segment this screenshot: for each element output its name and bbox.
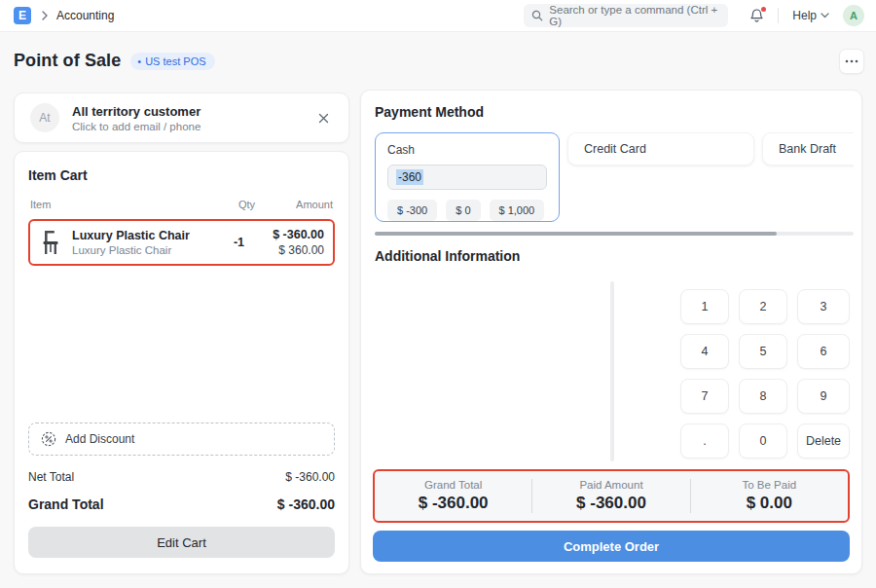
search-icon: [531, 10, 543, 21]
chair-item-icon: [39, 230, 62, 255]
add-discount-label: Add Discount: [65, 432, 134, 446]
grand-total-row: Grand Total $ -360.00: [28, 496, 335, 512]
item-amount: $ -360.00: [254, 228, 324, 241]
vertical-scrollbar[interactable]: [610, 281, 614, 461]
additional-information-title: Additional Information: [375, 248, 848, 264]
cart-column-headers: Item Qty Amount: [28, 199, 335, 210]
summary-to-be-paid-value: $ 0.00: [691, 494, 848, 513]
summary-grand-total-label: Grand Total: [375, 479, 531, 491]
summary-paid-amount-value: $ -360.00: [532, 494, 689, 513]
net-total-value: $ -360.00: [285, 470, 335, 484]
cash-label: Cash: [387, 143, 547, 157]
order-totals-summary: Grand Total $ -360.00 Paid Amount $ -360…: [373, 469, 850, 523]
page-title: Point of Sale: [14, 51, 121, 71]
cart-title: Item Cart: [28, 167, 335, 183]
close-icon: [318, 113, 329, 124]
help-label: Help: [792, 9, 817, 22]
discount-icon: [41, 431, 56, 447]
numpad-key-3[interactable]: 3: [797, 289, 850, 324]
numpad-key-8[interactable]: 8: [739, 379, 787, 414]
user-avatar[interactable]: A: [843, 5, 864, 26]
edit-cart-button[interactable]: Edit Cart: [28, 527, 335, 558]
navbar: E Accounting Search or type a command (C…: [0, 0, 876, 32]
cash-shortcut-2[interactable]: $ 0: [446, 200, 480, 221]
cash-amount-input[interactable]: -360: [387, 165, 547, 190]
payment-method-credit-card[interactable]: Credit Card: [567, 132, 754, 165]
horizontal-scrollbar[interactable]: [375, 232, 854, 236]
cart-item-row[interactable]: Luxury Plastic Chair Luxury Plastic Chai…: [28, 219, 335, 266]
horizontal-scrollbar-thumb[interactable]: [375, 232, 777, 236]
column-qty: Qty: [218, 199, 255, 210]
search-placeholder: Search or type a command (Ctrl + G): [549, 4, 720, 27]
ellipsis-icon: [845, 59, 858, 63]
remove-customer-button[interactable]: [314, 109, 333, 128]
complete-order-button[interactable]: Complete Order: [373, 531, 850, 562]
customer-avatar: At: [30, 103, 59, 132]
net-total-label: Net Total: [28, 470, 74, 484]
numpad-key-4[interactable]: 4: [680, 334, 729, 369]
summary-paid-amount: Paid Amount $ -360.00: [531, 479, 689, 513]
payment-panel: Payment Method Cash -360 $ -300 $ 0 $ 1,…: [360, 90, 862, 574]
net-total-row: Net Total $ -360.00: [28, 470, 335, 484]
summary-grand-total: Grand Total $ -360.00: [375, 479, 531, 513]
cash-amount-value: -360: [396, 169, 423, 185]
numpad-key-dot[interactable]: .: [680, 423, 729, 459]
column-amount: Amount: [269, 199, 333, 210]
item-cart-panel: Item Cart Item Qty Amount Luxury Plastic…: [14, 151, 349, 574]
summary-paid-amount-label: Paid Amount: [532, 479, 689, 491]
customer-card[interactable]: At All territory customer Click to add e…: [14, 92, 349, 143]
item-qty: -1: [215, 236, 244, 249]
cash-shortcut-3[interactable]: $ 1,000: [490, 200, 545, 221]
cash-shortcut-1[interactable]: $ -300: [387, 200, 437, 221]
item-name: Luxury Plastic Chair: [72, 229, 215, 242]
numpad: 1 2 3 4 5 6 7 8 9 . 0 Delete: [680, 289, 850, 459]
page-menu-button[interactable]: [839, 49, 864, 74]
badge-label: US test POS: [145, 55, 205, 67]
customer-contact-hint[interactable]: Click to add email / phone: [72, 121, 201, 132]
payment-methods-row: Cash -360 $ -300 $ 0 $ 1,000 Credit Card…: [375, 132, 854, 222]
numpad-key-0[interactable]: 0: [739, 423, 787, 459]
app-logo[interactable]: E: [14, 7, 31, 24]
grand-total-value: $ -360.00: [277, 496, 335, 512]
notifications-button[interactable]: [749, 8, 764, 23]
numpad-key-1[interactable]: 1: [680, 289, 729, 324]
payment-method-bank-draft[interactable]: Bank Draft: [762, 132, 854, 165]
numpad-key-6[interactable]: 6: [797, 334, 850, 369]
help-menu[interactable]: Help: [792, 9, 829, 22]
summary-to-be-paid: To Be Paid $ 0.00: [690, 479, 848, 513]
breadcrumb[interactable]: Accounting: [56, 9, 114, 22]
pos-profile-badge[interactable]: • US test POS: [130, 53, 214, 70]
chevron-down-icon: [821, 13, 829, 18]
summary-grand-total-value: $ -360.00: [375, 494, 531, 513]
numpad-key-7[interactable]: 7: [680, 379, 729, 414]
add-discount-button[interactable]: Add Discount: [28, 423, 335, 456]
chevron-right-icon: [41, 11, 49, 20]
payment-method-title: Payment Method: [375, 104, 848, 120]
search-input[interactable]: Search or type a command (Ctrl + G): [524, 4, 728, 27]
customer-name: All territory customer: [72, 104, 201, 119]
numpad-key-5[interactable]: 5: [739, 334, 787, 369]
payment-method-cash[interactable]: Cash -360 $ -300 $ 0 $ 1,000: [375, 132, 560, 222]
notification-dot: [761, 7, 766, 12]
numpad-key-delete[interactable]: Delete: [797, 423, 850, 459]
summary-to-be-paid-label: To Be Paid: [691, 479, 848, 491]
numpad-key-9[interactable]: 9: [797, 379, 850, 414]
column-item: Item: [30, 199, 218, 210]
item-rate: $ 360.00: [254, 243, 324, 257]
grand-total-label: Grand Total: [28, 496, 104, 512]
badge-dot: •: [137, 55, 141, 67]
item-description: Luxury Plastic Chair: [72, 244, 215, 256]
divider: [778, 8, 779, 23]
numpad-key-2[interactable]: 2: [739, 289, 787, 324]
